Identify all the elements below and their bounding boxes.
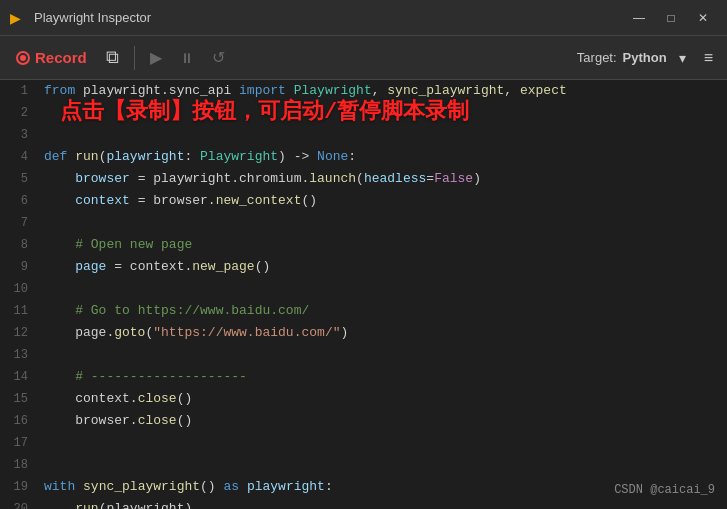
record-button[interactable]: Record (8, 45, 95, 70)
code-line: 18 (0, 454, 727, 476)
line-number: 11 (0, 300, 36, 322)
copy-icon: ⧉ (106, 47, 119, 68)
code-line: 9 page = context.new_page() (0, 256, 727, 278)
app-icon: ▶ (10, 10, 26, 26)
line-number: 12 (0, 322, 36, 344)
menu-button[interactable]: ≡ (698, 47, 719, 69)
minimize-button[interactable]: — (625, 8, 653, 28)
refresh-button[interactable]: ↺ (205, 44, 232, 71)
code-line: 8 # Open new page (0, 234, 727, 256)
line-number: 10 (0, 278, 36, 300)
code-line: 12 page.goto("https://www.baidu.com/") (0, 322, 727, 344)
maximize-button[interactable]: □ (657, 8, 685, 28)
line-content: context.close() (36, 388, 727, 410)
title-bar: ▶ Playwright Inspector — □ ✕ (0, 0, 727, 36)
target-dropdown-button[interactable]: ▾ (673, 48, 692, 68)
record-label: Record (35, 49, 87, 66)
refresh-icon: ↺ (212, 48, 225, 67)
line-content: page.goto("https://www.baidu.com/") (36, 322, 727, 344)
app-title: Playwright Inspector (34, 10, 625, 25)
line-number: 9 (0, 256, 36, 278)
line-content: # Go to https://www.baidu.com/ (36, 300, 727, 322)
record-dot-inner (20, 55, 26, 61)
line-number: 5 (0, 168, 36, 190)
code-line: 5 browser = playwright.chromium.launch(h… (0, 168, 727, 190)
line-content: # Open new page (36, 234, 727, 256)
code-line: 11 # Go to https://www.baidu.com/ (0, 300, 727, 322)
code-line: 15 context.close() (0, 388, 727, 410)
line-number: 7 (0, 212, 36, 234)
code-line: 1from playwright.sync_api import Playwri… (0, 80, 727, 102)
code-line: 13 (0, 344, 727, 366)
line-number: 14 (0, 366, 36, 388)
code-line: 7 (0, 212, 727, 234)
line-number: 3 (0, 124, 36, 146)
code-line: 2 (0, 102, 727, 124)
line-number: 19 (0, 476, 36, 498)
line-content: # -------------------- (36, 366, 727, 388)
line-content: browser.close() (36, 410, 727, 432)
toolbar: Record ⧉ ▶ ⏸ ↺ Target: Python ▾ ≡ (0, 36, 727, 80)
line-content: def run(playwright: Playwright) -> None: (36, 146, 727, 168)
code-editor: 点击【录制】按钮，可启动/暂停脚本录制 1from playwright.syn… (0, 80, 727, 509)
code-line: 16 browser.close() (0, 410, 727, 432)
code-line: 3 (0, 124, 727, 146)
line-content: browser = playwright.chromium.launch(hea… (36, 168, 727, 190)
line-number: 17 (0, 432, 36, 454)
code-line: 4def run(playwright: Playwright) -> None… (0, 146, 727, 168)
record-icon (16, 51, 30, 65)
code-line: 14 # -------------------- (0, 366, 727, 388)
code-lines: 1from playwright.sync_api import Playwri… (0, 80, 727, 509)
line-number: 1 (0, 80, 36, 102)
toolbar-separator (134, 46, 135, 70)
code-line: 17 (0, 432, 727, 454)
toolbar-right: Target: Python ▾ ≡ (577, 47, 719, 69)
line-number: 15 (0, 388, 36, 410)
code-line: 10 (0, 278, 727, 300)
line-content: from playwright.sync_api import Playwrig… (36, 80, 727, 102)
play-icon: ▶ (150, 48, 162, 67)
target-prefix-label: Target: (577, 50, 617, 65)
code-line: 19with sync_playwright() as playwright: (0, 476, 727, 498)
line-content: page = context.new_page() (36, 256, 727, 278)
close-button[interactable]: ✕ (689, 8, 717, 28)
line-number: 18 (0, 454, 36, 476)
line-content: with sync_playwright() as playwright: (36, 476, 727, 498)
target-value-label: Python (623, 50, 667, 65)
code-line: 6 context = browser.new_context() (0, 190, 727, 212)
pause-icon: ⏸ (180, 50, 194, 66)
copy-button[interactable]: ⧉ (99, 43, 126, 72)
code-line: 20 run(playwright) (0, 498, 727, 509)
line-number: 6 (0, 190, 36, 212)
line-content: context = browser.new_context() (36, 190, 727, 212)
line-content: run(playwright) (36, 498, 727, 509)
line-number: 4 (0, 146, 36, 168)
play-button[interactable]: ▶ (143, 44, 169, 71)
line-number: 20 (0, 498, 36, 509)
line-number: 13 (0, 344, 36, 366)
line-number: 8 (0, 234, 36, 256)
window-controls: — □ ✕ (625, 8, 717, 28)
line-number: 16 (0, 410, 36, 432)
pause-button[interactable]: ⏸ (173, 46, 201, 70)
line-number: 2 (0, 102, 36, 124)
